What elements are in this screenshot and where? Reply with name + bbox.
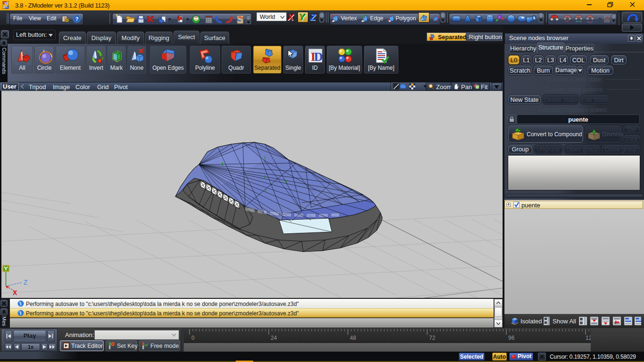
svg-text:96: 96 xyxy=(508,335,515,341)
svg-text:D: D xyxy=(314,50,323,64)
svg-text:24: 24 xyxy=(271,335,277,341)
svg-text:Z: Z xyxy=(24,279,28,286)
svg-text:?: ? xyxy=(75,16,79,22)
svg-text:i: i xyxy=(20,301,22,306)
svg-text:12: 12 xyxy=(586,335,591,341)
svg-text:72: 72 xyxy=(429,335,436,341)
svg-text:X: X xyxy=(13,289,17,296)
svg-text:i: i xyxy=(20,311,22,316)
svg-text:48: 48 xyxy=(350,335,356,341)
svg-text:0: 0 xyxy=(191,335,195,341)
